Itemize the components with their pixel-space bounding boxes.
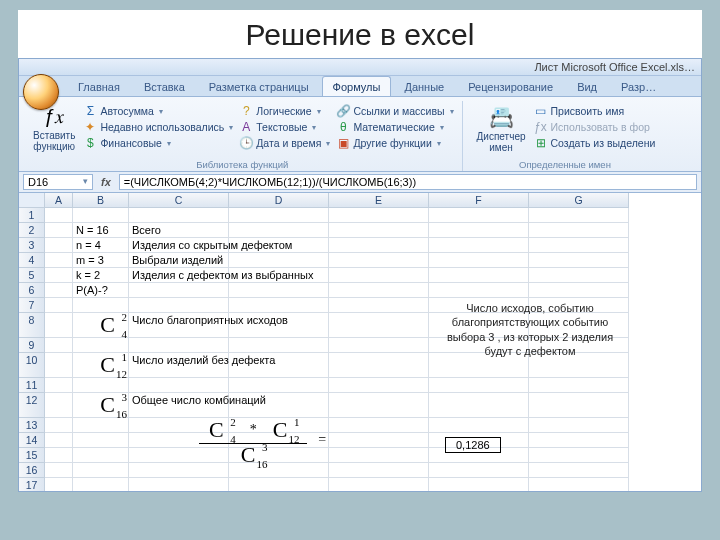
cell[interactable] xyxy=(129,208,229,223)
cell[interactable] xyxy=(529,433,629,448)
cell[interactable] xyxy=(529,418,629,433)
cell[interactable] xyxy=(45,313,73,338)
row-header[interactable]: 6 xyxy=(19,283,45,298)
row-header[interactable]: 1 xyxy=(19,208,45,223)
use-in-formula-button[interactable]: ƒxИспользовать в фор xyxy=(532,119,658,135)
cell[interactable] xyxy=(73,378,129,393)
cell[interactable] xyxy=(329,298,429,313)
cell[interactable] xyxy=(329,378,429,393)
cell[interactable] xyxy=(129,478,229,491)
cell[interactable] xyxy=(229,378,329,393)
cell[interactable] xyxy=(229,298,329,313)
cell[interactable] xyxy=(73,448,129,463)
cell[interactable] xyxy=(329,223,429,238)
cell[interactable] xyxy=(45,253,73,268)
row-header[interactable]: 13 xyxy=(19,418,45,433)
cell[interactable] xyxy=(329,238,429,253)
datetime-button[interactable]: 🕒Дата и время▾ xyxy=(237,135,332,151)
name-manager-button[interactable]: 📇 Диспетчер имен xyxy=(473,103,530,155)
cell[interactable] xyxy=(45,268,73,283)
cell[interactable] xyxy=(429,253,529,268)
cell[interactable] xyxy=(529,478,629,491)
cell[interactable] xyxy=(73,298,129,313)
cell[interactable] xyxy=(45,338,73,353)
cell[interactable] xyxy=(429,463,529,478)
cell[interactable] xyxy=(529,253,629,268)
cell[interactable] xyxy=(129,338,229,353)
cell[interactable]: C316 xyxy=(73,393,129,418)
cell[interactable] xyxy=(529,238,629,253)
cell[interactable]: N = 16 xyxy=(73,223,129,238)
cell[interactable]: Всего xyxy=(129,223,229,238)
cell[interactable] xyxy=(529,268,629,283)
tab-home[interactable]: Главная xyxy=(67,76,131,96)
recent-button[interactable]: ✦Недавно использовались▾ xyxy=(81,119,235,135)
tab-developer[interactable]: Разр… xyxy=(610,76,667,96)
row-header[interactable]: 7 xyxy=(19,298,45,313)
cell[interactable] xyxy=(529,208,629,223)
cell[interactable]: Изделия с дефектом из выбранных xyxy=(129,268,229,283)
col-header[interactable]: G xyxy=(529,193,629,208)
cell[interactable] xyxy=(45,298,73,313)
morefn-button[interactable]: ▣Другие функции▾ xyxy=(334,135,455,151)
cell[interactable] xyxy=(429,268,529,283)
row-header[interactable]: 3 xyxy=(19,238,45,253)
formula-input[interactable]: =(ЧИСЛКОМБ(4;2)*ЧИСЛКОМБ(12;1))/(ЧИСЛКОМ… xyxy=(119,174,697,190)
cell[interactable] xyxy=(429,478,529,491)
cell[interactable] xyxy=(429,393,529,418)
cell[interactable] xyxy=(45,223,73,238)
row-header[interactable]: 16 xyxy=(19,463,45,478)
insert-function-button[interactable]: ƒ𝑥 Вставить функцию xyxy=(29,103,79,154)
row-header[interactable]: 11 xyxy=(19,378,45,393)
cell[interactable] xyxy=(429,378,529,393)
cell[interactable]: C24 xyxy=(73,313,129,338)
cell[interactable] xyxy=(329,478,429,491)
cell[interactable] xyxy=(73,433,129,448)
cell[interactable]: k = 2 xyxy=(73,268,129,283)
cell[interactable]: Общее число комбинаций xyxy=(129,393,229,418)
cell[interactable] xyxy=(429,208,529,223)
cell[interactable] xyxy=(229,268,329,283)
tab-formulas[interactable]: Формулы xyxy=(322,76,392,96)
cell[interactable] xyxy=(45,283,73,298)
cell[interactable] xyxy=(529,463,629,478)
row-header[interactable]: 5 xyxy=(19,268,45,283)
cell[interactable] xyxy=(73,478,129,491)
cell[interactable] xyxy=(329,268,429,283)
cell[interactable] xyxy=(73,463,129,478)
cell[interactable] xyxy=(229,238,329,253)
row-header[interactable]: 2 xyxy=(19,223,45,238)
cell[interactable]: C112 xyxy=(73,353,129,378)
lookup-button[interactable]: 🔗Ссылки и массивы▾ xyxy=(334,103,455,119)
cell[interactable] xyxy=(45,393,73,418)
financial-button[interactable]: $Финансовые▾ xyxy=(81,135,235,151)
row-header[interactable]: 15 xyxy=(19,448,45,463)
logical-button[interactable]: ?Логические▾ xyxy=(237,103,332,119)
cell[interactable] xyxy=(529,393,629,418)
result-cell-d16[interactable]: 0,1286 xyxy=(445,437,501,453)
cell[interactable] xyxy=(45,463,73,478)
cell[interactable] xyxy=(229,393,329,418)
col-header[interactable]: A xyxy=(45,193,73,208)
cell[interactable] xyxy=(45,378,73,393)
cell[interactable] xyxy=(429,283,529,298)
cell[interactable] xyxy=(329,418,429,433)
cell[interactable] xyxy=(45,353,73,378)
cell[interactable] xyxy=(229,283,329,298)
cell[interactable] xyxy=(529,283,629,298)
text-button[interactable]: AТекстовые▾ xyxy=(237,119,332,135)
cell[interactable] xyxy=(329,283,429,298)
cell[interactable] xyxy=(45,418,73,433)
cell[interactable]: P(A)-? xyxy=(73,283,129,298)
name-box[interactable]: D16 xyxy=(23,174,93,190)
cell[interactable]: m = 3 xyxy=(73,253,129,268)
cell[interactable]: Число изделий без дефекта xyxy=(129,353,229,378)
cell[interactable] xyxy=(229,208,329,223)
col-header[interactable]: B xyxy=(73,193,129,208)
tab-insert[interactable]: Вставка xyxy=(133,76,196,96)
cell[interactable] xyxy=(45,478,73,491)
row-header[interactable]: 17 xyxy=(19,478,45,491)
cell[interactable] xyxy=(429,418,529,433)
cell[interactable] xyxy=(329,433,429,448)
cell[interactable] xyxy=(129,378,229,393)
